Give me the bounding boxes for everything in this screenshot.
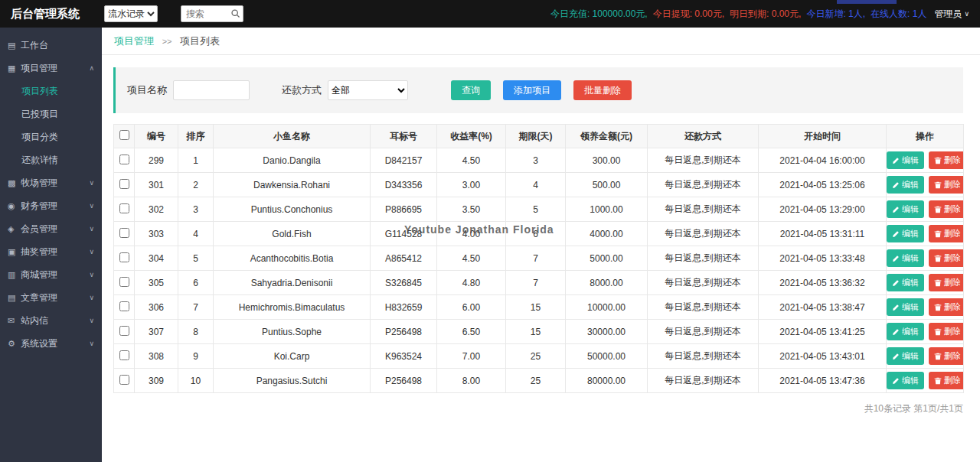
row-checkbox[interactable] bbox=[119, 326, 129, 336]
edit-button[interactable]: 编辑 bbox=[887, 200, 924, 218]
row-checkbox[interactable] bbox=[119, 277, 129, 287]
cell-tag-no: P886695 bbox=[371, 197, 437, 222]
cell-term: 7 bbox=[506, 271, 566, 295]
table-row: 3067Hemichromis.BimaculatusH8326596.0015… bbox=[114, 295, 964, 320]
delete-button[interactable]: 删除 bbox=[929, 249, 964, 267]
table-row: 3023Puntius.ConchoniusP8866953.5051000.0… bbox=[114, 197, 964, 222]
add-project-button[interactable]: 添加项目 bbox=[503, 80, 561, 100]
topbar: 后台管理系统 流水记录 今日充值: 100000.00元,今日提现: 0.00元… bbox=[0, 0, 980, 28]
cell-id: 299 bbox=[135, 148, 178, 173]
sidebar-subitem-project-list[interactable]: 项目列表 bbox=[0, 80, 102, 102]
edit-button[interactable]: 编辑 bbox=[887, 372, 924, 389]
repay-method-select[interactable]: 全部 bbox=[328, 80, 408, 100]
cell-fish-name: Gold.Fish bbox=[214, 222, 371, 246]
trash-icon bbox=[934, 181, 942, 189]
sidebar-item-workbench[interactable]: ▤工作台 bbox=[0, 34, 102, 57]
sidebar-item-settings[interactable]: ⚙系统设置∨ bbox=[0, 332, 102, 355]
cell-fish-name: Pangasius.Sutchi bbox=[214, 369, 371, 393]
row-checkbox[interactable] bbox=[119, 203, 129, 213]
sidebar-item-mall[interactable]: ▥商城管理∨ bbox=[0, 263, 102, 286]
sidebar-item-finance[interactable]: ◉财务管理∨ bbox=[0, 194, 102, 217]
sidebar-item-message[interactable]: ✉站内信∨ bbox=[0, 309, 102, 332]
sidebar-item-lottery[interactable]: ▣抽奖管理∨ bbox=[0, 240, 102, 263]
project-name-input[interactable] bbox=[173, 80, 250, 100]
pencil-icon bbox=[892, 255, 900, 262]
delete-button[interactable]: 删除 bbox=[929, 372, 964, 389]
edit-button[interactable]: 编辑 bbox=[887, 151, 924, 169]
cell-fish-name: Puntius.Conchonius bbox=[214, 197, 371, 222]
coin-icon: ◉ bbox=[8, 201, 21, 211]
grid-icon: ▩ bbox=[8, 178, 21, 188]
row-checkbox[interactable] bbox=[119, 375, 129, 385]
table-row: 3078Puntius.SopheP2564986.501530000.00每日… bbox=[114, 320, 964, 344]
delete-button[interactable]: 删除 bbox=[929, 176, 964, 194]
cell-amount: 80000.00 bbox=[566, 369, 648, 393]
sidebar-item-article[interactable]: ▤文章管理∨ bbox=[0, 286, 102, 309]
delete-button[interactable]: 删除 bbox=[929, 274, 964, 291]
cell-id: 301 bbox=[135, 173, 178, 197]
cell-start-time: 2021-04-05 13:25:06 bbox=[759, 173, 887, 197]
cell-rate: 3.50 bbox=[437, 197, 506, 222]
cell-term: 25 bbox=[506, 344, 566, 369]
select-all-checkbox[interactable] bbox=[119, 130, 129, 140]
search-box bbox=[181, 5, 243, 22]
sidebar-item-member[interactable]: ◈会员管理∨ bbox=[0, 217, 102, 240]
sidebar-item-label: 财务管理 bbox=[21, 200, 57, 213]
cell-amount: 50000.00 bbox=[566, 344, 648, 369]
topbar-stat: 今日充值: 100000.00元, bbox=[550, 8, 648, 21]
sidebar-subitem-invested-projects[interactable]: 已投项目 bbox=[0, 102, 102, 125]
pencil-icon bbox=[892, 230, 900, 238]
edit-button[interactable]: 编辑 bbox=[887, 347, 924, 365]
cell-sort: 1 bbox=[178, 148, 214, 173]
row-checkbox[interactable] bbox=[119, 252, 129, 262]
topbar-stat: 今日新增: 1人, bbox=[806, 8, 865, 21]
cell-start-time: 2021-04-05 13:33:48 bbox=[759, 246, 887, 271]
table-row: 2991Danio.DangilaD8421574.503300.00每日返息,… bbox=[114, 148, 964, 173]
delete-button[interactable]: 删除 bbox=[929, 323, 964, 340]
edit-button[interactable]: 编辑 bbox=[887, 298, 924, 316]
sidebar-item-label: 站内信 bbox=[21, 314, 48, 327]
edit-button[interactable]: 编辑 bbox=[887, 225, 924, 242]
trash-icon bbox=[934, 279, 942, 287]
topbar-stat: 明日到期: 0.00元, bbox=[730, 8, 801, 21]
chevron-icon: ∨ bbox=[89, 294, 94, 301]
search-icon[interactable] bbox=[230, 8, 240, 18]
delete-button[interactable]: 删除 bbox=[929, 200, 964, 218]
cell-tag-no: H832659 bbox=[371, 295, 437, 320]
cell-id: 307 bbox=[135, 320, 178, 344]
batch-delete-button[interactable]: 批量删除 bbox=[573, 80, 632, 100]
cell-sort: 7 bbox=[178, 295, 214, 320]
row-checkbox[interactable] bbox=[119, 350, 129, 360]
pagination-summary: 共10条记录 第1页/共1页 bbox=[102, 402, 963, 415]
sidebar-item-project[interactable]: ▦项目管理∧ bbox=[0, 57, 102, 80]
table-row: 3089Koi.CarpK9635247.002550000.00每日返息,到期… bbox=[114, 344, 964, 369]
query-button[interactable]: 查询 bbox=[451, 80, 491, 100]
row-checkbox[interactable] bbox=[119, 228, 129, 238]
delete-button[interactable]: 删除 bbox=[929, 347, 964, 365]
delete-button[interactable]: 删除 bbox=[929, 298, 964, 316]
row-checkbox[interactable] bbox=[119, 301, 129, 311]
flow-record-select[interactable]: 流水记录 bbox=[104, 5, 158, 22]
row-checkbox[interactable] bbox=[119, 155, 129, 164]
edit-button[interactable]: 编辑 bbox=[887, 249, 924, 267]
cell-id: 302 bbox=[135, 197, 178, 222]
edit-button[interactable]: 编辑 bbox=[887, 176, 924, 194]
admin-menu[interactable]: 管理员 ∨ bbox=[934, 8, 969, 21]
row-checkbox[interactable] bbox=[119, 179, 129, 189]
column-header: 期限(天) bbox=[506, 125, 566, 148]
breadcrumb-parent[interactable]: 项目管理 bbox=[114, 35, 154, 47]
edit-button[interactable]: 编辑 bbox=[887, 274, 924, 291]
projects-table: 编号排序小鱼名称耳标号收益率(%)期限(天)领养金额(元)还款方式开始时间操作 … bbox=[113, 124, 964, 393]
delete-button[interactable]: 删除 bbox=[929, 225, 964, 242]
edit-button[interactable]: 编辑 bbox=[887, 323, 924, 340]
cell-term: 3 bbox=[506, 148, 566, 173]
cell-term: 5 bbox=[506, 197, 566, 222]
cell-term: 7 bbox=[506, 246, 566, 271]
cell-rate: 7.00 bbox=[437, 344, 506, 369]
delete-button[interactable]: 删除 bbox=[929, 151, 964, 169]
sidebar-item-ranch[interactable]: ▩牧场管理∨ bbox=[0, 171, 102, 194]
cell-amount: 500.00 bbox=[566, 173, 648, 197]
chevron-down-icon: ∨ bbox=[964, 10, 969, 18]
sidebar-subitem-repayment-detail[interactable]: 还款详情 bbox=[0, 148, 102, 171]
sidebar-subitem-project-category[interactable]: 项目分类 bbox=[0, 125, 102, 148]
